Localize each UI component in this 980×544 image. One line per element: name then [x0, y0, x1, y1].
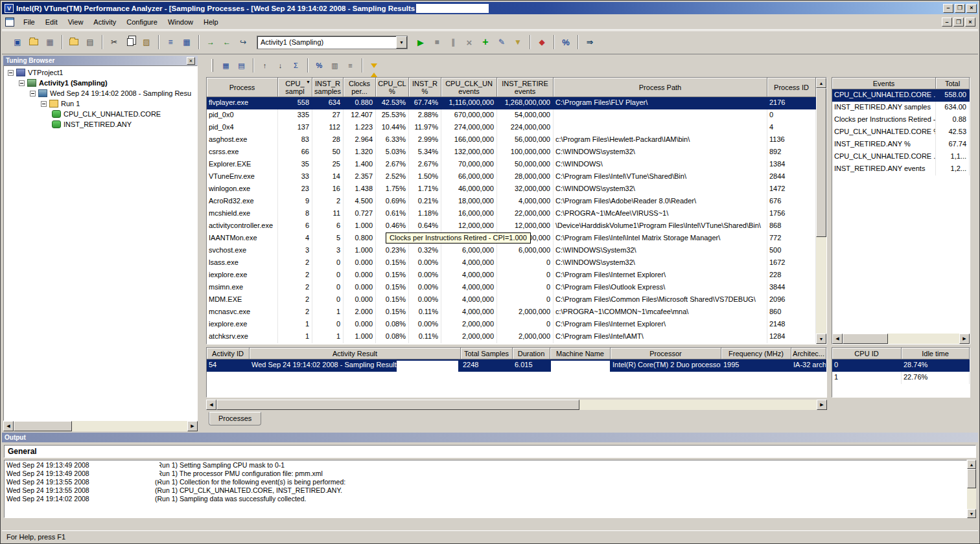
- column-header-activity-id[interactable]: Activity ID: [207, 348, 250, 359]
- column-header-inst-events[interactable]: INST_RETIRE events: [497, 78, 554, 97]
- maximize-button[interactable]: [955, 4, 965, 13]
- table-view-button[interactable]: [218, 59, 233, 73]
- summary-button[interactable]: [288, 59, 303, 73]
- grid-view-button[interactable]: [179, 35, 194, 50]
- column-header-processor[interactable]: Processor: [611, 348, 721, 359]
- cut-button[interactable]: [106, 35, 122, 50]
- table-row[interactable]: pid_0x03352712.40725.53%2.88%670,000,000…: [207, 109, 816, 122]
- collection-status-button[interactable]: [366, 59, 381, 73]
- column-header-cpu-pct[interactable]: CPU_CL %: [376, 78, 409, 97]
- scroll-right-button[interactable]: [817, 400, 827, 410]
- table-row[interactable]: 54Wed Sep 24 19:14:02 2008 - Sampling Re…: [207, 359, 826, 372]
- scrollbar-thumb[interactable]: [216, 400, 579, 410]
- percent-display-button[interactable]: [558, 35, 574, 50]
- column-header-architecture[interactable]: Architec...: [791, 348, 826, 359]
- output-vertical-scrollbar[interactable]: [967, 460, 976, 518]
- table-row[interactable]: Clocks per Instructions Retired - CPI0.8…: [832, 114, 970, 126]
- show-percent-button[interactable]: [312, 59, 327, 73]
- scrollbar-thumb[interactable]: [843, 334, 888, 344]
- scroll-up-button[interactable]: [816, 78, 826, 88]
- tree-expander-icon[interactable]: [30, 91, 36, 96]
- forward-button[interactable]: [203, 35, 218, 50]
- tree-expander-icon[interactable]: [8, 70, 14, 76]
- pause-activity-button[interactable]: [445, 35, 461, 50]
- table-row[interactable]: INST_RETIRED.ANY events1,2...: [832, 163, 970, 176]
- menu-help[interactable]: Help: [198, 16, 224, 28]
- table-row[interactable]: Explorer.EXE35251.4002.67%2.67%70,000,00…: [207, 159, 816, 171]
- tree-expander-icon[interactable]: [41, 101, 47, 107]
- column-header-activity-result[interactable]: Activity Result: [250, 348, 461, 359]
- stop-activity-button[interactable]: [429, 35, 445, 50]
- document-icon[interactable]: [5, 17, 14, 27]
- mdi-restore-button[interactable]: [953, 17, 964, 27]
- table-row[interactable]: VTuneEnv.exe33142.3572.52%1.50%66,000,00…: [207, 171, 816, 183]
- tree-expander-icon[interactable]: [19, 80, 25, 86]
- sort-descending-button[interactable]: [273, 59, 288, 73]
- column-header-process[interactable]: Process: [207, 78, 278, 97]
- column-header-events[interactable]: Events: [832, 78, 936, 89]
- table-row[interactable]: atchksrv.exe111.0000.08%0.11%2,000,0002,…: [207, 331, 816, 343]
- table-row[interactable]: INST_RETIRED.ANY samples634.00: [832, 102, 970, 114]
- chevron-down-icon[interactable]: [396, 36, 407, 49]
- scroll-left-button[interactable]: [832, 334, 843, 344]
- table-row[interactable]: flvplayer.exe5586340.88042.53%67.74%1,11…: [207, 97, 816, 109]
- scroll-right-button[interactable]: [959, 334, 970, 344]
- column-header-cpu-id[interactable]: CPU ID: [832, 348, 902, 359]
- tree-item[interactable]: CPU_CLK_UNHALTED.CORE: [4, 109, 197, 119]
- paste-button[interactable]: [139, 35, 154, 50]
- table-row[interactable]: svchost.exe331.0000.23%0.32%6,000,0006,0…: [207, 245, 816, 257]
- column-header-inst-samples[interactable]: INST_R samples: [312, 78, 344, 97]
- table-row[interactable]: mcshield.exe8110.7270.61%1.18%16,000,000…: [207, 208, 816, 220]
- scroll-up-button[interactable]: [967, 460, 976, 469]
- tree-item[interactable]: Activity1 (Sampling): [4, 78, 197, 88]
- pivot-view-button[interactable]: [234, 59, 249, 73]
- table-row[interactable]: pid_0x41371121.22310.44%11.97%274,000,00…: [207, 122, 816, 134]
- activity-selector[interactable]: Activity1 (Sampling): [257, 36, 408, 49]
- column-header-clocks-per[interactable]: Clocks per...: [344, 78, 376, 97]
- new-project-button[interactable]: [10, 35, 25, 50]
- menu-activity[interactable]: Activity: [88, 16, 121, 28]
- back-button[interactable]: [219, 35, 235, 50]
- table-row[interactable]: 028.74%: [832, 359, 970, 372]
- column-header-cpu-samples[interactable]: CPU_ sampl▼: [278, 78, 312, 97]
- scroll-left-button[interactable]: [206, 400, 216, 410]
- cancel-activity-button[interactable]: [461, 35, 477, 50]
- go-to-source-button[interactable]: [235, 35, 251, 50]
- column-header-cpu-events[interactable]: CPU_CLK_UN events: [441, 78, 497, 97]
- column-header-idle-time[interactable]: Idle time: [902, 348, 970, 359]
- scroll-left-button[interactable]: [3, 421, 14, 431]
- run-activity-button[interactable]: [413, 35, 428, 50]
- scrollbar-thumb[interactable]: [967, 469, 976, 488]
- tree-item[interactable]: INST_RETIRED.ANY: [4, 119, 197, 130]
- scroll-down-button[interactable]: [967, 509, 976, 518]
- scrollbar-thumb[interactable]: [14, 421, 72, 431]
- column-options-button[interactable]: [343, 59, 358, 73]
- table-row[interactable]: CPU_CLK_UNHALTED.CORE ...558.00: [832, 89, 970, 102]
- close-button[interactable]: [966, 4, 977, 13]
- table-row[interactable]: activitycontroller.exe661.0000.46%0.64%1…: [207, 220, 816, 232]
- menu-edit[interactable]: Edit: [40, 16, 63, 28]
- column-header-machine-name[interactable]: Machine Name: [550, 348, 611, 359]
- project-navigator-button[interactable]: [163, 35, 178, 50]
- process-table-vertical-scrollbar[interactable]: [816, 78, 826, 344]
- open-activity-button[interactable]: [26, 35, 41, 50]
- export-data-button[interactable]: [582, 35, 598, 50]
- column-header-total[interactable]: Total: [936, 78, 970, 89]
- menu-view[interactable]: View: [63, 16, 89, 28]
- table-row[interactable]: MDM.EXE200.0000.15%0.00%4,000,0000C:\Pro…: [207, 294, 816, 306]
- table-row[interactable]: iexplore.exe100.0000.08%0.00%2,000,0000C…: [207, 319, 816, 331]
- tuning-assistant-button[interactable]: [534, 35, 550, 50]
- scroll-down-button[interactable]: [816, 334, 826, 344]
- column-header-process-path[interactable]: Process Path: [554, 78, 767, 97]
- tree-item[interactable]: VTProject1: [4, 67, 197, 78]
- table-row[interactable]: asghost.exe83282.9646.33%2.99%166,000,00…: [207, 134, 816, 146]
- output-section-header[interactable]: General: [4, 445, 976, 458]
- tree-item[interactable]: Wed Sep 24 19:14:02 2008 - Sampling Resu: [4, 88, 197, 98]
- close-panel-button[interactable]: [187, 57, 195, 65]
- main-horizontal-scrollbar[interactable]: [206, 400, 827, 410]
- table-row[interactable]: 122.76%: [832, 372, 970, 384]
- table-row[interactable]: CPU_CLK_UNHALTED.CORE %42.53: [832, 126, 970, 139]
- table-row[interactable]: INST_RETIRED.ANY %67.74: [832, 139, 970, 151]
- tree-horizontal-scrollbar[interactable]: [3, 421, 198, 431]
- scrollbar-thumb[interactable]: [816, 88, 826, 237]
